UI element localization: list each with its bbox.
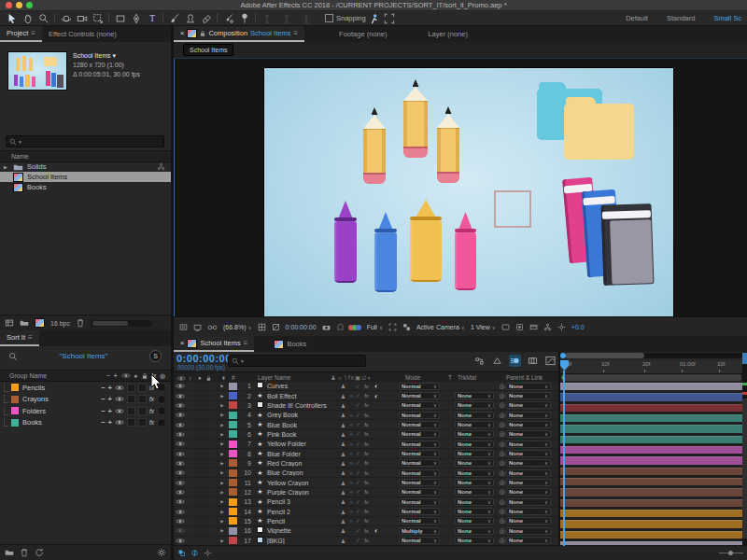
track-camera-tool[interactable] (74, 12, 90, 24)
layer-bar-2[interactable] (560, 393, 742, 402)
tab-layer[interactable]: Layer (none) (421, 26, 474, 42)
group-fx-toggle[interactable]: fx (149, 408, 154, 414)
blend-mode-dropdown[interactable]: Multiply∨ (399, 527, 445, 535)
group-target-dot[interactable] (157, 406, 166, 415)
layer-lock-cell[interactable] (207, 488, 218, 497)
blend-mode-dropdown[interactable]: Normal∨ (399, 517, 445, 525)
layer-name[interactable]: Grey Book (266, 412, 339, 418)
layer-solo-cell[interactable] (197, 517, 207, 525)
panel-menu-icon[interactable]: ≡ (293, 29, 298, 37)
layer-switches[interactable]: ♟☼∕fx (339, 509, 399, 515)
tab-composition[interactable]: × Composition School Items ≡ (174, 26, 304, 42)
time-ruler[interactable]: :00f10f20f01:00f10f (560, 360, 742, 374)
tab-sort-it[interactable]: Sort It ≡ (0, 330, 39, 346)
layer-switches[interactable]: ♟☼∕fx (339, 489, 399, 496)
layer-lock-cell[interactable] (207, 537, 218, 545)
add-group-icon[interactable]: + (114, 371, 118, 381)
gear-icon[interactable] (157, 548, 166, 557)
clone-stamp-tool[interactable] (182, 12, 198, 24)
blend-mode-dropdown[interactable]: Normal∨ (399, 441, 445, 448)
workspace-small-screen[interactable]: Small Sc (713, 14, 741, 22)
layer-switches[interactable]: ♟☼∕fx (339, 441, 399, 447)
layer-name[interactable]: Boil Effect (266, 393, 339, 399)
group-color-swatch[interactable] (11, 384, 19, 391)
layer-twirl[interactable]: ▶ (218, 481, 227, 485)
composition-image[interactable] (263, 67, 674, 317)
layer-bar-10[interactable] (560, 478, 742, 487)
layer-solo-cell[interactable] (197, 526, 207, 535)
layer-twirl[interactable]: ▶ (218, 432, 227, 437)
trash-icon[interactable] (20, 548, 29, 557)
sort-group-folders[interactable]: Folders−+fx (0, 405, 171, 417)
remove-group-icon[interactable]: − (106, 371, 110, 381)
layer-name[interactable]: Pencil 3 (266, 498, 339, 505)
remove-from-group-button[interactable]: − (101, 395, 105, 403)
project-item-books[interactable]: Books (0, 182, 171, 192)
layer-bar-11[interactable] (560, 488, 742, 497)
parent-link-dropdown[interactable]: ◎None∨ (498, 488, 557, 496)
layer-label-swatch[interactable] (229, 401, 237, 409)
parent-link-dropdown[interactable]: ◎None∨ (498, 421, 557, 428)
layer-visibility-toggle[interactable] (174, 431, 187, 438)
timeline-zoom-slider[interactable] (719, 553, 743, 553)
parent-link-dropdown[interactable]: ◎None∨ (498, 527, 557, 535)
layer-solo-cell[interactable] (197, 459, 207, 468)
layer-bar-5[interactable] (560, 425, 742, 434)
workspace-default[interactable]: Default (626, 14, 648, 22)
group-solo-box[interactable] (127, 395, 135, 403)
layer-solo-cell[interactable] (197, 401, 207, 410)
layer-switches[interactable]: ♟☼∕fx (339, 412, 399, 418)
layer-solo-cell[interactable] (197, 449, 207, 457)
layer-lock-cell[interactable] (207, 507, 218, 515)
layer-row-11[interactable]: ▶11★Yellow Crayon♟☼∕fxNormal∨None∨◎None∨ (174, 478, 558, 487)
group-solo-box[interactable] (127, 407, 135, 415)
layer-audio-cell[interactable] (187, 537, 197, 545)
layer-lock-cell[interactable] (207, 526, 218, 535)
expand-transfer-controls-icon[interactable] (190, 549, 199, 557)
frame-blending-icon[interactable] (527, 355, 539, 367)
pen-tool[interactable] (128, 12, 144, 24)
layer-lock-cell[interactable] (207, 401, 218, 410)
parent-link-dropdown[interactable]: ◎None∨ (498, 383, 557, 390)
blend-mode-dropdown[interactable]: Normal∨ (399, 421, 445, 428)
layer-switches[interactable]: ♟∕fx◐ (339, 383, 399, 389)
layer-name[interactable]: Purple Crayon (266, 489, 339, 496)
ghost-snapshot-icon[interactable] (336, 323, 345, 331)
layer-solo-cell[interactable] (197, 497, 207, 506)
layer-twirl[interactable]: ▶ (218, 441, 227, 446)
resolution-dropdown[interactable]: Full∨ (367, 324, 383, 330)
trkmat-dropdown[interactable]: None∨ (445, 498, 498, 506)
layer-row-5[interactable]: ▶5★Blue Book♟☼∕fxNormal∨None∨◎None∨ (174, 420, 558, 429)
trkmat-dropdown[interactable]: None∨ (445, 469, 498, 477)
layer-twirl[interactable]: ▶ (218, 528, 227, 533)
layer-visibility-toggle[interactable] (174, 518, 187, 525)
trkmat-dropdown[interactable]: None∨ (445, 421, 498, 428)
layer-switches[interactable]: ♟☼∕fx◐ (339, 393, 399, 399)
layer-name[interactable]: Vignette (266, 527, 339, 534)
layer-row-1[interactable]: ▶1Curves♟∕fx◐Normal∨◎None∨ (174, 382, 558, 391)
new-folder-icon[interactable] (20, 318, 29, 328)
add-to-group-button[interactable]: + (108, 395, 112, 403)
layer-visibility-toggle[interactable] (174, 469, 187, 476)
project-item-solids[interactable]: ▶Solids (0, 161, 171, 172)
trkmat-dropdown[interactable]: None∨ (445, 401, 498, 409)
current-time-field[interactable]: 0:00:00:00 (176, 353, 232, 364)
sort-s-badge[interactable]: S (149, 350, 162, 362)
layer-twirl[interactable]: ▶ (218, 519, 227, 524)
layer-visibility-toggle[interactable] (174, 393, 187, 399)
layer-visibility-toggle[interactable] (174, 509, 187, 515)
layer-visibility-toggle[interactable] (174, 527, 187, 534)
group-fx-toggle[interactable]: fx (149, 419, 154, 426)
tab-timeline-books[interactable]: Books (267, 336, 313, 352)
layer-lock-cell[interactable] (207, 469, 218, 477)
parent-link-dropdown[interactable]: ◎None∨ (498, 517, 557, 525)
add-to-group-button[interactable]: + (108, 384, 112, 392)
layer-lock-cell[interactable] (207, 478, 218, 486)
layer-row-8[interactable]: ▶8★Blue Folder♟☼∕fxNormal∨None∨◎None∨ (174, 449, 558, 458)
roto-brush-tool[interactable] (220, 12, 236, 24)
brush-tool[interactable] (166, 12, 182, 24)
layer-lock-cell[interactable] (207, 382, 218, 390)
layer-label-swatch[interactable] (229, 479, 237, 486)
layer-visibility-toggle[interactable] (174, 460, 187, 467)
snapping-checkbox[interactable] (325, 14, 333, 22)
